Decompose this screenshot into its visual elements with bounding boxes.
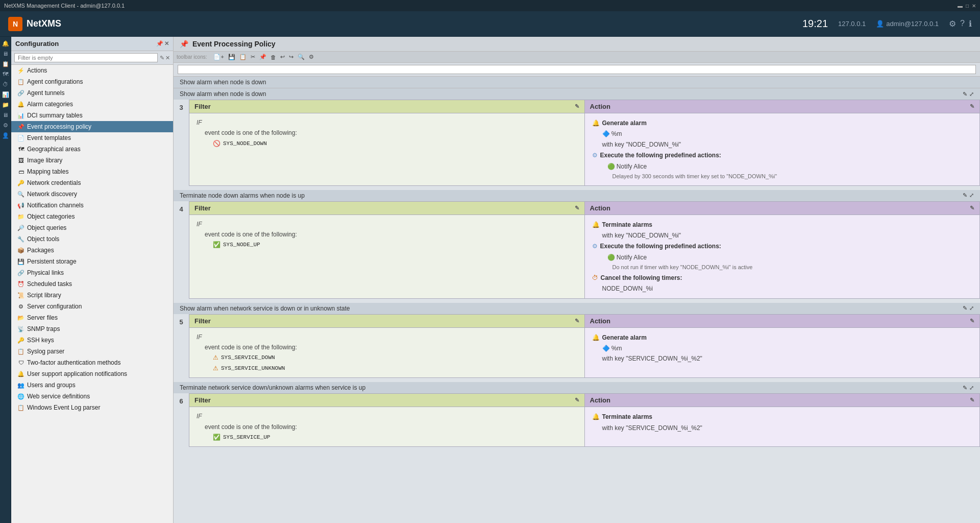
sidebar-item-user-support-application-notifications[interactable]: 🔔User support application notifications	[11, 368, 173, 379]
resize-icon[interactable]: ⤢	[969, 385, 974, 391]
action-edit-icon[interactable]: ✎	[970, 205, 974, 211]
nav-gear-icon[interactable]: ⚙	[1, 121, 10, 130]
info-icon[interactable]: ℹ	[969, 19, 972, 29]
filter-edit-icon[interactable]: ✎	[575, 318, 579, 324]
sidebar-item-syslog-parser[interactable]: 📋Syslog parser	[11, 346, 173, 357]
cancel-timer-line: ⏱Cancel the following timers:	[592, 272, 973, 283]
settings-icon[interactable]: ⚙	[949, 19, 956, 29]
rule-actions[interactable]: ✎⤢	[963, 91, 974, 98]
sidebar-close-icon[interactable]: ✕	[164, 40, 169, 47]
sidebar-item-object-queries[interactable]: 🔎Object queries	[11, 222, 173, 233]
sidebar-item-web-service-definitions[interactable]: 🌐Web service definitions	[11, 391, 173, 402]
action-text: Terminate alarms	[602, 412, 653, 422]
nav-map-icon[interactable]: 🗺	[1, 69, 10, 79]
tb-cut-icon[interactable]: ✂	[249, 53, 257, 61]
sidebar-item-event-templates[interactable]: 📄Event templates	[11, 132, 173, 144]
header-icons[interactable]: ⚙ ? ℹ	[949, 19, 972, 29]
resize-icon[interactable]: ⤢	[969, 192, 974, 199]
action-indent2-line: 🟢 Notify Alice	[592, 252, 973, 263]
sidebar-item-geographical-areas[interactable]: 🗺Geographical areas	[11, 144, 173, 155]
sidebar-item-actions[interactable]: ⚡Actions	[11, 65, 173, 76]
action-edit-icon[interactable]: ✎	[970, 103, 974, 110]
action-header-4: Action✎	[585, 202, 980, 215]
tb-paste-icon[interactable]: 📌	[258, 53, 268, 61]
nav-alerts-icon[interactable]: 🔔	[1, 39, 10, 48]
tb-settings-icon[interactable]: ⚙	[307, 53, 315, 61]
nav-chart-icon[interactable]: 📊	[1, 90, 10, 99]
sidebar-item-server-files[interactable]: 📂Server files	[11, 312, 173, 323]
nav-nodes-icon[interactable]: 🖥	[1, 49, 10, 58]
nav-user-icon[interactable]: 👤	[1, 131, 10, 140]
sidebar-filter-input[interactable]	[14, 53, 158, 62]
sidebar-item-packages[interactable]: 📦Packages	[11, 245, 173, 256]
tb-redo-icon[interactable]: ↪	[287, 53, 295, 61]
minimize-button[interactable]: ▬	[958, 3, 963, 9]
action-indent3-line: Delayed by 300 seconds with timer key se…	[592, 172, 973, 181]
resize-icon[interactable]: ⤢	[969, 91, 974, 98]
edit-icon[interactable]: ✎	[963, 305, 967, 312]
nav-monitor-icon[interactable]: 🖥	[1, 110, 10, 120]
sidebar-item-object-tools[interactable]: 🔧Object tools	[11, 233, 173, 245]
close-button[interactable]: ✕	[972, 3, 976, 9]
sidebar-item-ssh-keys[interactable]: 🔑SSH keys	[11, 335, 173, 346]
sidebar-pin-icon[interactable]: 📌	[156, 40, 163, 47]
user-info: 👤 admin@127.0.0.1	[876, 20, 939, 28]
edit-icon[interactable]: ✎	[963, 192, 967, 199]
rule-actions[interactable]: ✎⤢	[963, 192, 974, 199]
sidebar-item-event-processing-policy[interactable]: 📌Event processing policy	[11, 121, 173, 132]
sidebar-item-object-categories[interactable]: 📁Object categories	[11, 211, 173, 222]
sidebar-item-snmp-traps[interactable]: 📡SNMP traps	[11, 323, 173, 335]
tb-new-icon[interactable]: 📄+	[212, 53, 225, 61]
nav-clock-icon[interactable]: ⏱	[1, 80, 10, 89]
sidebar-header-icons[interactable]: 📌 ✕	[156, 40, 169, 47]
sidebar-item-windows-event-log-parser[interactable]: 📋Windows Event Log parser	[11, 402, 173, 413]
event-icon: ⚠	[213, 363, 218, 373]
sidebar-item-persistent-storage[interactable]: 💾Persistent storage	[11, 256, 173, 267]
tb-filter-icon[interactable]: 🔍	[296, 53, 306, 61]
window-controls[interactable]: ▬ □ ✕	[958, 3, 976, 9]
action-edit-icon[interactable]: ✎	[970, 318, 974, 324]
action-edit-icon[interactable]: ✎	[970, 397, 974, 403]
policy-scroll-area[interactable]: Show alarm when node is downShow alarm w…	[174, 77, 980, 523]
sidebar-item-mapping-tables[interactable]: 🗃Mapping tables	[11, 166, 173, 177]
sidebar-item-server-configuration[interactable]: ⚙Server configuration	[11, 301, 173, 312]
sidebar-item-label: Image library	[27, 157, 62, 164]
tb-save-icon[interactable]: 💾	[227, 53, 237, 61]
event-item: ✅SYS_NODE_UP	[197, 240, 577, 250]
filter-buttons[interactable]: ✎ ✕	[160, 55, 170, 61]
sidebar-item-dci-summary-tables[interactable]: 📊DCI summary tables	[11, 110, 173, 121]
sidebar-item-two-factor-authentication-methods[interactable]: 🛡Two-factor authentication methods	[11, 357, 173, 368]
rule-number-5: 5	[174, 314, 189, 378]
filter-clear-icon[interactable]: ✎	[160, 55, 164, 61]
resize-icon[interactable]: ⤢	[969, 305, 974, 312]
tb-copy-icon[interactable]: 📋	[238, 53, 248, 61]
action-text: Terminate alarms	[602, 220, 653, 230]
filter-edit-icon[interactable]: ✎	[575, 205, 579, 211]
filter-edit-icon[interactable]: ✎	[575, 397, 579, 403]
sidebar-item-image-library[interactable]: 🖼Image library	[11, 155, 173, 166]
help-icon[interactable]: ?	[960, 19, 965, 29]
sidebar-item-agent-tunnels[interactable]: 🔗Agent tunnels	[11, 87, 173, 99]
rule-label-3: Show alarm when node is down✎⤢	[174, 88, 980, 100]
sidebar-item-physical-links[interactable]: 🔗Physical links	[11, 267, 173, 278]
tb-delete-icon[interactable]: 🗑	[269, 54, 278, 61]
filter-x-icon[interactable]: ✕	[165, 55, 170, 61]
edit-icon[interactable]: ✎	[963, 385, 967, 391]
edit-icon[interactable]: ✎	[963, 91, 967, 98]
maximize-button[interactable]: □	[966, 3, 969, 9]
sidebar-item-network-discovery[interactable]: 🔍Network discovery	[11, 188, 173, 200]
nav-files-icon[interactable]: 📁	[1, 100, 10, 109]
sidebar-item-network-credentials[interactable]: 🔑Network credentials	[11, 177, 173, 188]
nav-reports-icon[interactable]: 📋	[1, 59, 10, 68]
sidebar-item-alarm-categories[interactable]: 🔔Alarm categories	[11, 99, 173, 110]
tb-undo-icon[interactable]: ↩	[279, 53, 286, 61]
sidebar-item-script-library[interactable]: 📜Script library	[11, 290, 173, 301]
sidebar-item-users-and-groups[interactable]: 👥Users and groups	[11, 379, 173, 391]
rule-actions[interactable]: ✎⤢	[963, 305, 974, 312]
search-input[interactable]	[178, 65, 976, 74]
rule-actions[interactable]: ✎⤢	[963, 385, 974, 391]
sidebar-item-scheduled-tasks[interactable]: ⏰Scheduled tasks	[11, 278, 173, 290]
sidebar-item-agent-configurations[interactable]: 📋Agent configurations	[11, 76, 173, 87]
sidebar-item-notification-channels[interactable]: 📢Notification channels	[11, 200, 173, 211]
filter-edit-icon[interactable]: ✎	[575, 103, 579, 110]
